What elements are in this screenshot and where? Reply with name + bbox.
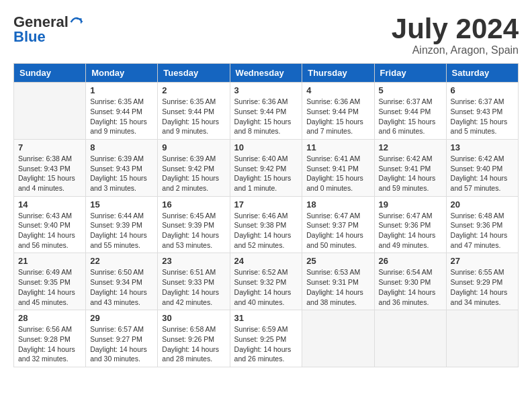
calendar-cell [374, 310, 446, 367]
day-info: Sunrise: 6:51 AMSunset: 9:33 PMDaylight:… [162, 267, 225, 307]
day-number: 21 [18, 256, 81, 266]
day-info: Sunrise: 6:44 AMSunset: 9:39 PMDaylight:… [90, 211, 153, 250]
month-title: July 2024 [392, 13, 519, 44]
calendar-cell: 27 Sunrise: 6:55 AMSunset: 9:29 PMDaylig… [446, 253, 518, 310]
day-number: 18 [306, 199, 369, 210]
day-number: 30 [162, 313, 225, 323]
day-info: Sunrise: 6:41 AMSunset: 9:41 PMDaylight:… [306, 154, 369, 193]
calendar-header-row: SundayMondayTuesdayWednesdayThursdayFrid… [14, 64, 519, 83]
header-friday: Friday [374, 64, 446, 83]
header-saturday: Saturday [446, 64, 518, 83]
calendar-cell: 7 Sunrise: 6:38 AMSunset: 9:43 PMDayligh… [14, 139, 86, 196]
calendar-cell: 4 Sunrise: 6:36 AMSunset: 9:44 PMDayligh… [302, 83, 374, 140]
calendar-row: 14 Sunrise: 6:43 AMSunset: 9:40 PMDaylig… [14, 196, 519, 253]
calendar-cell: 17 Sunrise: 6:46 AMSunset: 9:38 PMDaylig… [230, 196, 302, 253]
day-number: 31 [234, 313, 298, 323]
logo: General Blue [13, 13, 83, 46]
day-number: 17 [234, 199, 298, 210]
day-info: Sunrise: 6:43 AMSunset: 9:40 PMDaylight:… [18, 211, 81, 250]
day-info: Sunrise: 6:59 AMSunset: 9:25 PMDaylight:… [234, 324, 298, 364]
location: Ainzon, Aragon, Spain [392, 44, 519, 56]
day-info: Sunrise: 6:55 AMSunset: 9:29 PMDaylight:… [451, 267, 514, 307]
day-info: Sunrise: 6:53 AMSunset: 9:31 PMDaylight:… [306, 267, 369, 307]
day-info: Sunrise: 6:47 AMSunset: 9:37 PMDaylight:… [306, 211, 369, 250]
calendar-row: 28 Sunrise: 6:56 AMSunset: 9:28 PMDaylig… [14, 310, 519, 367]
calendar-cell: 15 Sunrise: 6:44 AMSunset: 9:39 PMDaylig… [86, 196, 158, 253]
header-sunday: Sunday [14, 64, 86, 83]
day-number: 2 [162, 85, 225, 95]
day-number: 20 [451, 199, 514, 210]
calendar-cell: 28 Sunrise: 6:56 AMSunset: 9:28 PMDaylig… [14, 310, 86, 367]
day-number: 28 [18, 313, 81, 323]
day-number: 12 [379, 142, 442, 152]
calendar-cell: 20 Sunrise: 6:48 AMSunset: 9:36 PMDaylig… [446, 196, 518, 253]
day-info: Sunrise: 6:42 AMSunset: 9:40 PMDaylight:… [451, 154, 514, 193]
calendar-cell: 25 Sunrise: 6:53 AMSunset: 9:31 PMDaylig… [302, 253, 374, 310]
calendar-cell: 30 Sunrise: 6:58 AMSunset: 9:26 PMDaylig… [158, 310, 230, 367]
calendar-cell: 3 Sunrise: 6:36 AMSunset: 9:44 PMDayligh… [230, 83, 302, 140]
day-info: Sunrise: 6:39 AMSunset: 9:43 PMDaylight:… [90, 154, 153, 193]
calendar-cell [446, 310, 518, 367]
day-number: 6 [451, 85, 514, 95]
header-wednesday: Wednesday [230, 64, 302, 83]
day-number: 26 [379, 256, 442, 266]
calendar-cell [14, 83, 86, 140]
day-info: Sunrise: 6:52 AMSunset: 9:32 PMDaylight:… [234, 267, 298, 307]
calendar-cell: 26 Sunrise: 6:54 AMSunset: 9:30 PMDaylig… [374, 253, 446, 310]
day-number: 4 [306, 85, 369, 95]
day-info: Sunrise: 6:54 AMSunset: 9:30 PMDaylight:… [379, 267, 442, 307]
day-number: 25 [306, 256, 369, 266]
calendar-cell: 5 Sunrise: 6:37 AMSunset: 9:44 PMDayligh… [374, 83, 446, 140]
header-thursday: Thursday [302, 64, 374, 83]
day-number: 15 [90, 199, 153, 210]
day-info: Sunrise: 6:45 AMSunset: 9:39 PMDaylight:… [162, 211, 225, 250]
day-number: 23 [162, 256, 225, 266]
day-number: 14 [18, 199, 81, 210]
day-info: Sunrise: 6:39 AMSunset: 9:42 PMDaylight:… [162, 154, 225, 193]
day-info: Sunrise: 6:40 AMSunset: 9:42 PMDaylight:… [234, 154, 298, 193]
calendar-cell: 13 Sunrise: 6:42 AMSunset: 9:40 PMDaylig… [446, 139, 518, 196]
day-info: Sunrise: 6:36 AMSunset: 9:44 PMDaylight:… [234, 97, 298, 136]
day-info: Sunrise: 6:46 AMSunset: 9:38 PMDaylight:… [234, 211, 298, 250]
title-section: July 2024 Ainzon, Aragon, Spain [392, 13, 519, 56]
calendar-cell: 1 Sunrise: 6:35 AMSunset: 9:44 PMDayligh… [86, 83, 158, 140]
day-number: 1 [90, 85, 153, 95]
day-info: Sunrise: 6:37 AMSunset: 9:43 PMDaylight:… [451, 97, 514, 136]
calendar-cell: 18 Sunrise: 6:47 AMSunset: 9:37 PMDaylig… [302, 196, 374, 253]
day-info: Sunrise: 6:48 AMSunset: 9:36 PMDaylight:… [451, 211, 514, 250]
day-number: 9 [162, 142, 225, 152]
day-info: Sunrise: 6:37 AMSunset: 9:44 PMDaylight:… [379, 97, 442, 136]
calendar-cell: 19 Sunrise: 6:47 AMSunset: 9:36 PMDaylig… [374, 196, 446, 253]
logo-blue: Blue [13, 28, 46, 46]
day-number: 29 [90, 313, 153, 323]
calendar-cell: 31 Sunrise: 6:59 AMSunset: 9:25 PMDaylig… [230, 310, 302, 367]
day-info: Sunrise: 6:42 AMSunset: 9:41 PMDaylight:… [379, 154, 442, 193]
day-info: Sunrise: 6:57 AMSunset: 9:27 PMDaylight:… [90, 324, 153, 364]
calendar-cell: 10 Sunrise: 6:40 AMSunset: 9:42 PMDaylig… [230, 139, 302, 196]
day-number: 10 [234, 142, 298, 152]
calendar-cell: 12 Sunrise: 6:42 AMSunset: 9:41 PMDaylig… [374, 139, 446, 196]
calendar-cell: 22 Sunrise: 6:50 AMSunset: 9:34 PMDaylig… [86, 253, 158, 310]
day-number: 7 [18, 142, 81, 152]
calendar-cell: 6 Sunrise: 6:37 AMSunset: 9:43 PMDayligh… [446, 83, 518, 140]
calendar-row: 1 Sunrise: 6:35 AMSunset: 9:44 PMDayligh… [14, 83, 519, 140]
header-tuesday: Tuesday [158, 64, 230, 83]
calendar-cell [302, 310, 374, 367]
day-number: 27 [451, 256, 514, 266]
header-monday: Monday [86, 64, 158, 83]
calendar-cell: 8 Sunrise: 6:39 AMSunset: 9:43 PMDayligh… [86, 139, 158, 196]
day-info: Sunrise: 6:36 AMSunset: 9:44 PMDaylight:… [306, 97, 369, 136]
logo-icon [70, 15, 83, 29]
day-info: Sunrise: 6:47 AMSunset: 9:36 PMDaylight:… [379, 211, 442, 250]
calendar-cell: 21 Sunrise: 6:49 AMSunset: 9:35 PMDaylig… [14, 253, 86, 310]
day-number: 8 [90, 142, 153, 152]
day-number: 19 [379, 199, 442, 210]
day-info: Sunrise: 6:35 AMSunset: 9:44 PMDaylight:… [162, 97, 225, 136]
calendar-cell: 24 Sunrise: 6:52 AMSunset: 9:32 PMDaylig… [230, 253, 302, 310]
calendar-table: SundayMondayTuesdayWednesdayThursdayFrid… [13, 63, 519, 367]
day-info: Sunrise: 6:58 AMSunset: 9:26 PMDaylight:… [162, 324, 225, 364]
day-number: 3 [234, 85, 298, 95]
day-number: 5 [379, 85, 442, 95]
calendar-cell: 11 Sunrise: 6:41 AMSunset: 9:41 PMDaylig… [302, 139, 374, 196]
day-number: 16 [162, 199, 225, 210]
